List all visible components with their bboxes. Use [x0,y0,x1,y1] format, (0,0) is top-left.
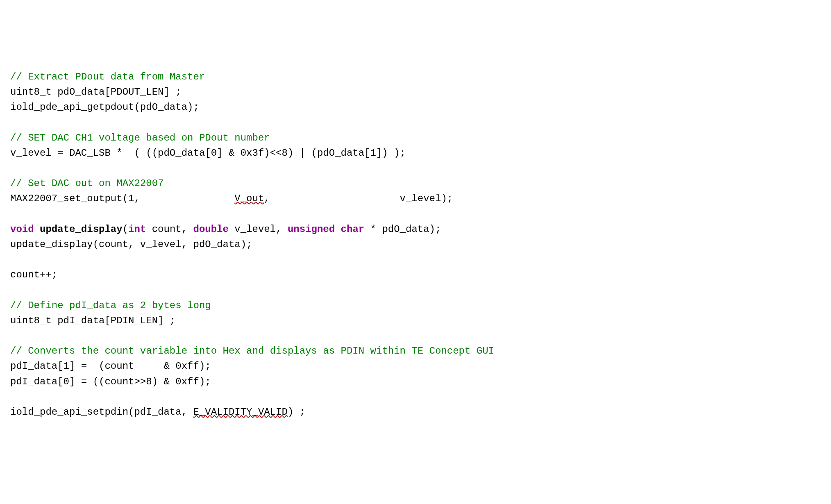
code-line: v_level = DAC_LSB * ( ((pdO_data[0] & 0x… [10,148,406,159]
code-param: * pdO_data); [364,224,441,235]
code-line: uint8_t pdO_data[PDOUT_LEN] ; [10,86,182,98]
code-line: uint8_t pdI_data[PDIN_LEN] ; [10,315,175,326]
comment-define-pdi: // Define pdI_data as 2 bytes long [10,300,211,311]
comment-converts-count: // Converts the count variable into Hex … [10,345,494,356]
keyword-void: void [10,224,34,235]
keyword-char: char [341,224,365,235]
spellcheck-vout: V_out [234,193,264,204]
code-line-part: iold_pde_api_setpdin(pdI_data, [10,406,193,418]
code-line: iold_pde_api_getpdout(pdO_data); [10,102,199,113]
code-line: count++; [10,269,57,280]
keyword-double: double [193,224,229,235]
code-line: update_display(count, v_level, pdO_data)… [10,239,252,250]
code-block: // Extract PDout data from Master uint8_… [10,69,821,420]
code-line: pdI_data[0] = ((count>>8) & 0xff); [10,376,211,387]
spellcheck-evalidity: E_VALIDITY_VALID [193,406,287,418]
code-line-part: ) ; [288,406,305,418]
code-param: v_level, [229,224,288,235]
code-line-part: , v_level); [264,193,453,204]
code-line-part: MAX22007_set_output(1, [10,193,234,204]
comment-set-dac-out: // Set DAC out on MAX22007 [10,178,163,189]
code-space [335,224,341,235]
code-line: pdI_data[1] = (count & 0xff); [10,361,211,372]
keyword-int: int [128,224,146,235]
code-param: count, [146,224,193,235]
code-space [34,224,40,235]
keyword-unsigned: unsigned [288,224,335,235]
function-name: update_display [40,224,123,235]
comment-extract: // Extract PDout data from Master [10,71,205,82]
comment-set-dac-ch1: // SET DAC CH1 voltage based on PDout nu… [10,132,270,143]
code-paren: ( [123,224,128,235]
